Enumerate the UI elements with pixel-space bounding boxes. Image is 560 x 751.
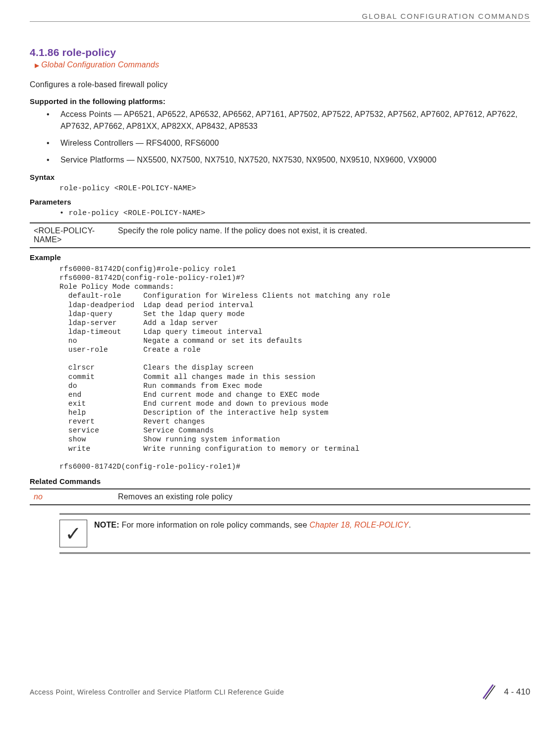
page-header: GLOBAL CONFIGURATION COMMANDS (30, 12, 530, 22)
svg-line-0 (483, 685, 493, 698)
syntax-heading: Syntax (30, 173, 530, 181)
platform-list: Access Points — AP6521, AP6522, AP6532, … (47, 108, 530, 166)
slash-icon (479, 683, 497, 702)
table-row: no Removes an existing role policy (30, 489, 530, 505)
header-right-text: GLOBAL CONFIGURATION COMMANDS (362, 12, 530, 20)
list-item: Service Platforms — NX5500, NX7500, NX75… (47, 154, 530, 166)
syntax-code: role-policy <ROLE-POLICY-NAME> (59, 184, 530, 193)
example-code: rfs6000-81742D(config)#role-policy role1… (59, 265, 530, 471)
related-heading: Related Commands (30, 477, 530, 485)
parameter-table: <ROLE-POLICY-NAME> Specify the role poli… (30, 222, 530, 248)
footer: Access Point, Wireless Controller and Se… (30, 683, 530, 702)
breadcrumb-text: Global Configuration Commands (41, 60, 159, 69)
list-item: Wireless Controllers — RFS4000, RFS6000 (47, 137, 530, 149)
caret-right-icon: ▶ (35, 62, 39, 69)
intro-text: Configures a role-based firewall policy (30, 80, 530, 89)
related-table: no Removes an existing role policy (30, 488, 530, 505)
related-desc: Removes an existing role policy (114, 489, 530, 505)
checkmark-icon: ✓ (59, 520, 87, 547)
note-after: . (409, 521, 411, 529)
related-link[interactable]: no (34, 492, 43, 501)
related-cmd[interactable]: no (30, 489, 114, 505)
parameters-bullet: • role-policy <ROLE-POLICY-NAME> (59, 209, 530, 217)
supported-heading: Supported in the following platforms: (30, 97, 530, 106)
page-number: 4 - 410 (504, 687, 530, 697)
param-name: <ROLE-POLICY-NAME> (30, 223, 114, 248)
note-link[interactable]: Chapter 18, ROLE-POLICY (309, 521, 408, 529)
note-before: For more information on role policy comm… (119, 521, 310, 529)
example-heading: Example (30, 253, 530, 262)
table-row: <ROLE-POLICY-NAME> Specify the role poli… (30, 223, 530, 248)
section-title: 4.1.86 role-policy (30, 47, 530, 58)
breadcrumb[interactable]: ▶Global Configuration Commands (35, 60, 530, 69)
parameters-heading: Parameters (30, 198, 530, 206)
param-desc: Specify the role policy name. If the pol… (114, 223, 530, 248)
list-item: Access Points — AP6521, AP6522, AP6532, … (47, 108, 530, 132)
note-label: NOTE: (94, 521, 119, 529)
note-text: NOTE: For more information on role polic… (94, 520, 411, 547)
note-box: ✓ NOTE: For more information on role pol… (59, 513, 530, 554)
footer-left: Access Point, Wireless Controller and Se… (30, 688, 284, 696)
